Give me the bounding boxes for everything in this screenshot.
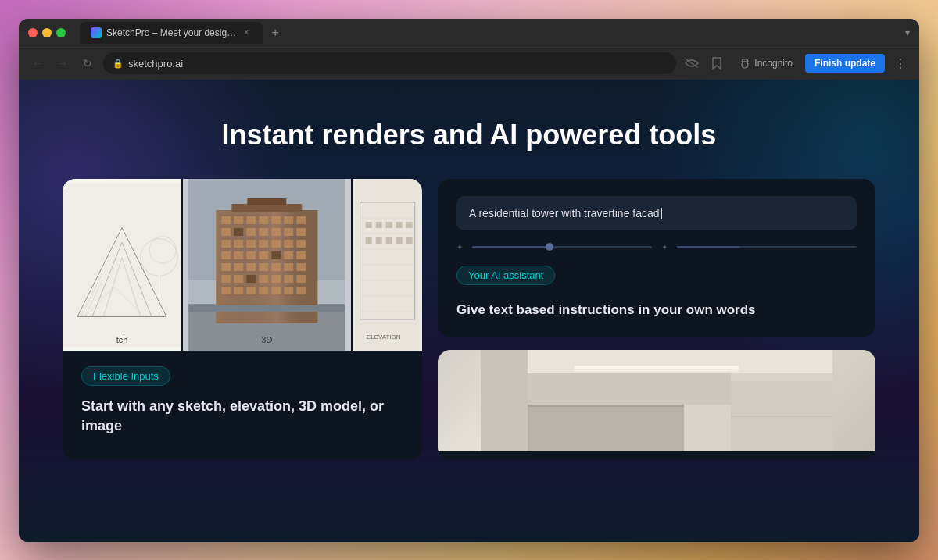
svg-rect-57 [221, 275, 231, 283]
svg-rect-62 [284, 275, 293, 283]
svg-rect-101 [481, 350, 528, 451]
svg-rect-65 [234, 287, 243, 294]
eye-slash-icon[interactable] [682, 54, 701, 73]
address-bar: ← → ↻ 🔒 sketchpro.ai [19, 47, 919, 80]
svg-rect-29 [221, 228, 231, 236]
flexible-inputs-badge: Flexible Inputs [81, 366, 170, 386]
ai-card-description: Give text based instructions in your own… [456, 301, 756, 320]
svg-rect-27 [284, 216, 293, 224]
svg-rect-53 [259, 263, 268, 271]
address-url: sketchpro.ai [128, 58, 183, 70]
ai-assistant-badge: Your AI assistant [456, 266, 555, 285]
slider-track-1[interactable] [472, 246, 652, 248]
svg-rect-100 [575, 366, 739, 372]
cards-container: tch [39, 179, 899, 460]
traffic-lights [28, 28, 66, 37]
svg-rect-71 [234, 228, 243, 236]
svg-rect-88 [375, 222, 381, 228]
slider-icon-2: ✦ [661, 243, 668, 251]
slider-fill-1 [472, 246, 553, 248]
ai-input-box[interactable]: A residential tower with travertine faca… [456, 196, 857, 231]
left-card-body: Flexible Inputs Start with any sketch, e… [63, 351, 422, 455]
svg-rect-36 [221, 240, 231, 248]
svg-rect-50 [221, 263, 231, 271]
svg-rect-72 [271, 251, 281, 259]
refresh-button[interactable]: ↻ [78, 54, 97, 73]
svg-rect-43 [221, 251, 231, 259]
svg-rect-38 [246, 240, 256, 248]
svg-rect-37 [234, 240, 243, 248]
svg-rect-70 [296, 287, 306, 294]
svg-rect-24 [246, 216, 256, 224]
back-button[interactable]: ← [28, 54, 47, 73]
svg-rect-87 [365, 222, 371, 228]
minimize-traffic-light[interactable] [42, 28, 52, 37]
svg-rect-91 [406, 222, 412, 228]
incognito-hat-icon [739, 57, 751, 70]
svg-rect-32 [259, 228, 268, 236]
svg-rect-107 [528, 373, 731, 405]
svg-rect-52 [246, 263, 256, 271]
svg-rect-35 [296, 228, 306, 236]
finish-update-label: Finish update [814, 58, 875, 69]
interior-render-image [438, 350, 875, 451]
svg-rect-60 [259, 275, 268, 283]
browser-window: SketchPro – Meet your desig… × + ▾ ← → ↻… [19, 19, 919, 542]
svg-rect-48 [284, 251, 293, 259]
slider-track-2[interactable] [677, 246, 857, 248]
svg-rect-41 [284, 240, 293, 248]
svg-point-0 [742, 62, 748, 68]
svg-rect-45 [246, 251, 256, 259]
svg-rect-25 [259, 216, 268, 224]
browser-menu-button[interactable]: ⋮ [891, 55, 910, 73]
tab-favicon [91, 27, 102, 38]
svg-rect-75 [247, 198, 286, 205]
forward-button[interactable]: → [53, 54, 72, 73]
ai-input-text: A residential tower with travertine faca… [469, 207, 844, 220]
svg-rect-66 [246, 287, 256, 294]
svg-rect-44 [234, 251, 243, 259]
svg-rect-96 [406, 237, 412, 244]
incognito-button[interactable]: Incognito [732, 54, 799, 73]
elevation-panel: ELEVATION [351, 179, 422, 351]
left-card-description: Start with any sketch, elevation, 3D mod… [81, 397, 403, 436]
svg-rect-49 [296, 251, 306, 259]
finish-update-button[interactable]: Finish update [805, 54, 885, 73]
address-field[interactable]: 🔒 sketchpro.ai [103, 52, 676, 74]
svg-rect-93 [375, 237, 381, 244]
title-bar: SketchPro – Meet your desig… × + ▾ [19, 19, 919, 47]
svg-rect-95 [396, 237, 402, 244]
svg-rect-61 [271, 275, 281, 283]
interior-render-card [438, 350, 875, 460]
svg-rect-26 [271, 216, 281, 224]
svg-rect-58 [234, 275, 243, 283]
svg-rect-56 [296, 263, 306, 271]
sketch-panel: tch [63, 179, 181, 351]
tab-bar: SketchPro – Meet your desig… × + [80, 22, 285, 44]
svg-rect-34 [284, 228, 293, 236]
tab-close-button[interactable]: × [241, 27, 252, 38]
fullscreen-traffic-light[interactable] [56, 28, 66, 37]
svg-rect-54 [271, 263, 281, 271]
svg-rect-39 [259, 240, 268, 248]
svg-rect-92 [365, 237, 371, 244]
tabs-dropdown-icon[interactable]: ▾ [905, 27, 910, 38]
slider-row: ✦ ✦ [456, 243, 857, 251]
new-tab-button[interactable]: + [266, 23, 285, 42]
render-panel: 3D [181, 179, 351, 351]
svg-rect-46 [259, 251, 268, 259]
svg-rect-55 [284, 263, 293, 271]
lock-icon: 🔒 [113, 59, 124, 69]
active-tab[interactable]: SketchPro – Meet your desig… × [80, 22, 263, 44]
close-traffic-light[interactable] [28, 28, 38, 37]
svg-rect-28 [296, 216, 306, 224]
image-strip: tch [63, 179, 422, 351]
svg-rect-1 [63, 183, 181, 346]
sketch-panel-label: tch [116, 335, 128, 344]
svg-rect-31 [246, 228, 256, 236]
svg-text:ELEVATION: ELEVATION [366, 334, 400, 341]
ai-badge-row: Your AI assistant Give text based instru… [456, 266, 857, 320]
bookmark-icon[interactable] [707, 54, 726, 73]
svg-rect-102 [528, 405, 684, 451]
svg-rect-67 [259, 287, 268, 294]
